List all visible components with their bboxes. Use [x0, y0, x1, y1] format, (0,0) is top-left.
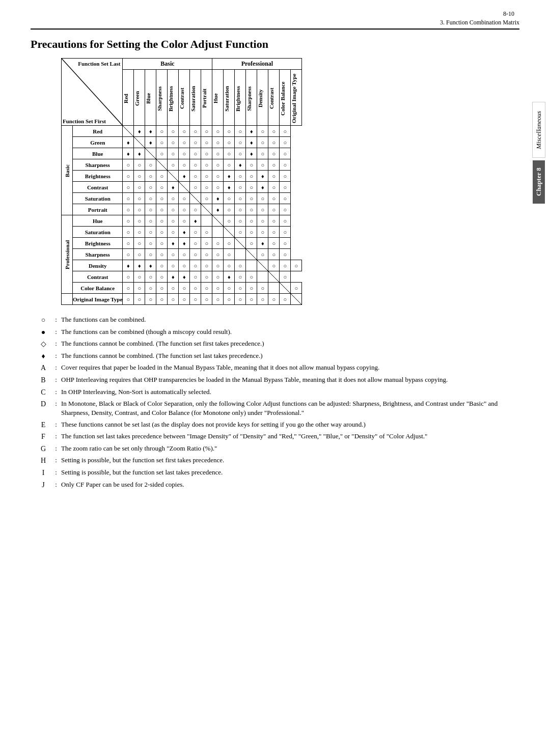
matrix-cell: ○ — [168, 260, 179, 271]
legend-text: Setting is possible, but the function se… — [61, 468, 519, 477]
matrix-cell: ○ — [168, 148, 179, 159]
matrix-cell: ♦ — [145, 126, 156, 137]
matrix-cell: ○ — [179, 193, 190, 204]
svg-line-9 — [212, 215, 224, 227]
matrix-cell: ○ — [134, 159, 145, 171]
matrix-cell: ○ — [268, 148, 280, 159]
matrix-cell: ○ — [156, 193, 168, 204]
matrix-cell: ○ — [179, 249, 190, 260]
matrix-cell: ○ — [190, 238, 201, 249]
matrix-cell: ○ — [201, 137, 212, 148]
matrix-cell: ○ — [212, 238, 224, 249]
matrix-cell: ○ — [201, 148, 212, 159]
matrix-cell: ○ — [257, 294, 268, 305]
svg-line-7 — [190, 193, 201, 204]
legend-text: The functions can be combined. — [61, 315, 519, 324]
legend-item: F:The function set last takes precedence… — [36, 432, 519, 442]
matrix-cell: ○ — [235, 171, 246, 182]
matrix-cell: ○ — [257, 159, 268, 171]
table-row: Color Balance○○○○○○○○○○○○○○ — [62, 283, 302, 294]
matrix-cell: ○ — [179, 159, 190, 171]
legend-colon: : — [51, 315, 61, 324]
matrix-cell: ○ — [168, 137, 179, 148]
matrix-cell: ○ — [291, 283, 302, 294]
matrix-cell: ♦ — [134, 126, 145, 137]
matrix-cell: ○ — [156, 215, 168, 227]
row-label-saturation: Saturation — [73, 227, 123, 238]
matrix-cell: ○ — [235, 260, 246, 271]
legend-symbol: ◇ — [36, 339, 51, 349]
matrix-cell: ○ — [123, 159, 134, 171]
matrix-cell: ○ — [123, 171, 134, 182]
matrix-cell — [268, 271, 280, 283]
col-header-portrait: Portrait — [201, 70, 212, 126]
matrix-cell — [212, 227, 224, 238]
matrix-cell: ○ — [179, 137, 190, 148]
matrix-cell: ○ — [268, 193, 280, 204]
matrix-cell: ○ — [145, 193, 156, 204]
matrix-cell: ○ — [235, 182, 246, 193]
matrix-cell: ○ — [201, 227, 212, 238]
legend-item: I:Setting is possible, but the function … — [36, 468, 519, 478]
matrix-cell: ♦ — [145, 260, 156, 271]
matrix-cell: ○ — [179, 204, 190, 215]
matrix-cell: ○ — [212, 294, 224, 305]
matrix-cell: ♦ — [179, 271, 190, 283]
table-row: BasicRed♦♦○○○○○○○○♦○○○ — [62, 126, 302, 137]
legend-colon: : — [51, 468, 61, 477]
legend-text: The functions cannot be combined. (The f… — [61, 339, 519, 348]
legend-colon: : — [51, 375, 61, 384]
matrix-cell: ○ — [224, 148, 235, 159]
row-label-contrast: Contrast — [73, 182, 123, 193]
matrix-cell: ○ — [246, 159, 257, 171]
legend-item: ○:The functions can be combined. — [36, 315, 519, 325]
col-header-original-image-type: Original Image Type — [291, 70, 302, 126]
matrix-cell: ○ — [145, 238, 156, 249]
legend-colon: : — [51, 327, 61, 337]
matrix-cell: ○ — [246, 204, 257, 215]
matrix-cell: ♦ — [190, 215, 201, 227]
matrix-cell: ○ — [145, 227, 156, 238]
matrix-cell: ○ — [224, 215, 235, 227]
col-header-color-balance: Color Balance — [280, 70, 291, 126]
matrix-cell: ○ — [123, 204, 134, 215]
legend-symbol: ● — [36, 327, 51, 338]
matrix-cell: ○ — [190, 260, 201, 271]
matrix-cell: ○ — [224, 204, 235, 215]
matrix-cell: ♦ — [168, 182, 179, 193]
matrix-cell: ○ — [156, 204, 168, 215]
legend-symbol: A — [36, 363, 51, 373]
matrix-cell: ○ — [280, 126, 291, 137]
matrix-cell: ○ — [190, 148, 201, 159]
matrix-cell: ○ — [190, 137, 201, 148]
matrix-cell: ○ — [156, 182, 168, 193]
matrix-cell: ♦ — [179, 227, 190, 238]
matrix-cell — [179, 182, 190, 193]
matrix-cell: ○ — [145, 171, 156, 182]
matrix-cell: ♦ — [235, 159, 246, 171]
matrix-cell: ○ — [235, 204, 246, 215]
matrix-cell — [145, 148, 156, 159]
matrix-cell: ○ — [212, 126, 224, 137]
legend-symbol: J — [36, 480, 51, 490]
matrix-cell: ♦ — [246, 126, 257, 137]
legend-item: ●:The functions can be combined (though … — [36, 327, 519, 338]
function-matrix-table: Function Set Last Function Set First Bas… — [61, 58, 302, 305]
matrix-cell: ○ — [168, 294, 179, 305]
matrix-cell: ○ — [201, 193, 212, 204]
matrix-cell: ○ — [257, 215, 268, 227]
legend-symbol: D — [36, 399, 51, 409]
matrix-cell: ○ — [201, 283, 212, 294]
matrix-cell — [268, 283, 280, 294]
matrix-cell: ○ — [190, 182, 201, 193]
legend-colon: : — [51, 351, 61, 360]
matrix-cell: ○ — [268, 260, 280, 271]
matrix-cell: ○ — [145, 294, 156, 305]
matrix-cell — [224, 227, 235, 238]
matrix-cell: ♦ — [179, 238, 190, 249]
matrix-cell: ○ — [246, 227, 257, 238]
matrix-cell: ♦ — [134, 148, 145, 159]
row-label-portrait: Portrait — [73, 204, 123, 215]
matrix-cell: ○ — [235, 137, 246, 148]
row-label-red: Red — [73, 126, 123, 137]
